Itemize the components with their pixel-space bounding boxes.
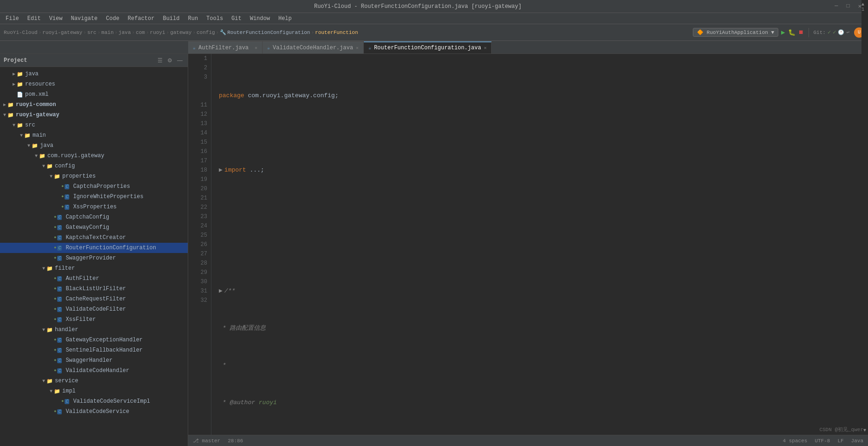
code-body[interactable]: package com.ruoyi.gateway.config; ▶impor… <box>211 54 868 435</box>
bc-module[interactable]: ruoyi-gateway <box>42 30 82 35</box>
menu-navigate[interactable]: Navigate <box>67 14 101 23</box>
java-class-icon: C <box>57 246 62 251</box>
tree-auth-filter[interactable]: · ● C AuthFilter <box>0 273 188 284</box>
tree-router-config[interactable]: · ● C RouterFunctionConfiguration <box>0 243 188 253</box>
git-check2[interactable]: ✓ <box>833 29 836 36</box>
sidebar-settings[interactable]: ⚙ <box>166 57 174 64</box>
sidebar-close[interactable]: — <box>176 57 184 64</box>
tree-impl-folder[interactable]: ▼ 📁 impl <box>0 386 188 396</box>
tree-ignore-white[interactable]: · ● C IgnoreWhiteProperties <box>0 192 188 202</box>
sidebar-header: Project ☰ ⚙ — <box>0 54 188 67</box>
line-ending[interactable]: LF <box>837 438 843 444</box>
toolbar: RuoYi-Cloud › ruoyi-gateway › src › main… <box>0 24 868 41</box>
git-history[interactable]: 🕐 <box>838 29 844 35</box>
bc-method[interactable]: routerFunction <box>315 30 358 35</box>
tree-properties[interactable]: ▼ 📁 properties <box>0 171 188 181</box>
run-config-area: 🔶 RuoYiAuthApplication ▼ ▶ 🐛 ⏹ <box>693 28 803 37</box>
run-btn[interactable]: ▶ <box>781 28 785 36</box>
file-type[interactable]: Java <box>851 438 863 444</box>
tree-gateway-exception[interactable]: · ● C GatewayExceptionHandler <box>0 335 188 345</box>
tree-xss-props[interactable]: · ● C XssProperties <box>0 202 188 212</box>
encoding[interactable]: UTF-8 <box>815 438 830 444</box>
tab-java-icon2: ☕ <box>267 45 270 51</box>
tree-ruoyi-gateway[interactable]: ▼ 📁 ruoyi-gateway <box>0 110 188 120</box>
menu-file[interactable]: File <box>2 14 23 23</box>
tree-swagger-provider[interactable]: · ● C SwaggerProvider <box>0 253 188 263</box>
title-text: RuoYi-Cloud - RouterFunctionConfiguratio… <box>4 3 832 10</box>
bc-project[interactable]: RuoYi-Cloud <box>4 30 38 35</box>
tab-authfilter-close[interactable]: ✕ <box>255 45 257 51</box>
tree-xss-filter[interactable]: · ● C XssFilter <box>0 314 188 325</box>
tree-cache-filter[interactable]: · ● C CacheRequestFilter <box>0 294 188 304</box>
bc-src[interactable]: src <box>87 30 97 35</box>
tree-service-folder[interactable]: ▼ 📁 service <box>0 376 188 386</box>
bc-gateway[interactable]: gateway <box>170 30 191 35</box>
bc-main[interactable]: main <box>101 30 113 35</box>
java-class-icon: C <box>57 235 62 240</box>
tree-captcha-config[interactable]: · ● C CaptchaConfig <box>0 212 188 222</box>
tree-java2[interactable]: ▼ 📁 java <box>0 140 188 151</box>
menu-run[interactable]: Run <box>184 14 202 23</box>
code-line-14: * <box>215 361 868 370</box>
git-revert[interactable]: ↩ <box>846 29 849 35</box>
tree-validate-handler[interactable]: · ● C ValidateCodeHandler <box>0 366 188 376</box>
menu-window[interactable]: Window <box>246 14 274 23</box>
minimize-btn[interactable]: ─ <box>832 3 841 10</box>
menu-build[interactable]: Build <box>159 14 183 23</box>
tree-pomxml[interactable]: ▶ 📄 pom.xml <box>0 89 188 100</box>
folder-icon: 📁 <box>46 266 53 272</box>
sidebar-collapse-all[interactable]: ☰ <box>156 57 164 64</box>
tree-resources[interactable]: ▶ 📁 resources <box>0 79 188 89</box>
git-branch[interactable]: ⎇ master <box>193 438 220 444</box>
tree-filter-folder[interactable]: ▼ 📁 filter <box>0 263 188 273</box>
menu-refactor[interactable]: Refactor <box>124 14 158 23</box>
tab-routerfunction[interactable]: ☕ RouterFunctionConfiguration.java ✕ <box>364 41 492 53</box>
maximize-btn[interactable]: □ <box>844 3 853 10</box>
bc-config[interactable]: config <box>197 30 215 35</box>
git-check1[interactable]: ✓ <box>828 29 831 36</box>
menu-help[interactable]: Help <box>275 14 296 23</box>
main-layout: Project ☰ ⚙ — ▶ 📁 java ▶ 📁 resources <box>0 54 868 446</box>
code-content[interactable]: 1 2 3 11 12 13 14 15 16 17 18 19 20 21 2… <box>188 54 868 435</box>
tree-blacklist[interactable]: · ● C BlackListUrlFilter <box>0 284 188 294</box>
tree-sentinel[interactable]: · ● C SentinelFallbackHandler <box>0 345 188 355</box>
tree-gateway-config[interactable]: · ● C GatewayConfig <box>0 222 188 233</box>
line-col[interactable]: 28:86 <box>228 438 243 444</box>
folder-icon: 📁 <box>54 388 60 394</box>
tree-validate-service[interactable]: · ● C ValidateCodeService <box>0 406 188 417</box>
tree-ruoyi-common[interactable]: ▶ 📁 ruoyi-common <box>0 100 188 110</box>
tree-config[interactable]: ▼ 📁 config <box>0 161 188 171</box>
debug-btn[interactable]: 🐛 <box>788 29 796 36</box>
tree-swagger-handler[interactable]: · ● C SwaggerHandler <box>0 355 188 366</box>
tree-captcha-props[interactable]: · ● C CaptchaProperties <box>0 181 188 192</box>
bc-class[interactable]: RouterFunctionConfiguration <box>227 30 310 35</box>
indent-info[interactable]: 4 spaces <box>783 438 808 444</box>
tree-main[interactable]: ▼ 📁 main <box>0 130 188 140</box>
bc-ruoyi[interactable]: ruoyi <box>150 30 165 35</box>
scrollbar-indicator[interactable]: ▲ 1 ▼ <box>861 54 868 435</box>
tree-validate-service-impl[interactable]: · ● C ValidateCodeServiceImpl <box>0 396 188 406</box>
tab-authfilter[interactable]: ☕ AuthFilter.java ✕ <box>188 41 263 53</box>
bc-com[interactable]: com <box>136 30 145 35</box>
editor-area: 1 2 3 11 12 13 14 15 16 17 18 19 20 21 2… <box>188 54 868 446</box>
code-line-2 <box>215 128 868 138</box>
menu-edit[interactable]: Edit <box>24 14 45 23</box>
folder-icon: 📁 <box>46 327 53 333</box>
tree-src[interactable]: ▼ 📁 src <box>0 120 188 130</box>
tab-routerfunction-close[interactable]: ✕ <box>484 45 487 51</box>
menu-git[interactable]: Git <box>228 14 245 23</box>
tab-validatecodehandler-close[interactable]: ✕ <box>356 45 359 51</box>
tab-validatecodehandler[interactable]: ☕ ValidateCodeHandler.java ✕ <box>263 41 364 53</box>
tree-validate-filter[interactable]: · ● C ValidateCodeFilter <box>0 304 188 314</box>
menu-view[interactable]: View <box>46 14 66 23</box>
tree-com-ruoyi-gateway[interactable]: ▼ 📁 com.ruoyi.gateway <box>0 151 188 161</box>
tree-kaptcha[interactable]: · ● C KaptchaTextCreator <box>0 233 188 243</box>
tree-java[interactable]: ▶ 📁 java <box>0 69 188 79</box>
folder-icon: 📁 <box>46 163 53 169</box>
menu-code[interactable]: Code <box>102 14 123 23</box>
run-config-btn[interactable]: 🔶 RuoYiAuthApplication ▼ <box>693 28 778 37</box>
tree-handler-folder[interactable]: ▼ 📁 handler <box>0 325 188 335</box>
bc-java[interactable]: java <box>118 30 131 35</box>
menu-tools[interactable]: Tools <box>203 14 227 23</box>
toolbar-btn-stop[interactable]: ⏹ <box>798 29 804 36</box>
